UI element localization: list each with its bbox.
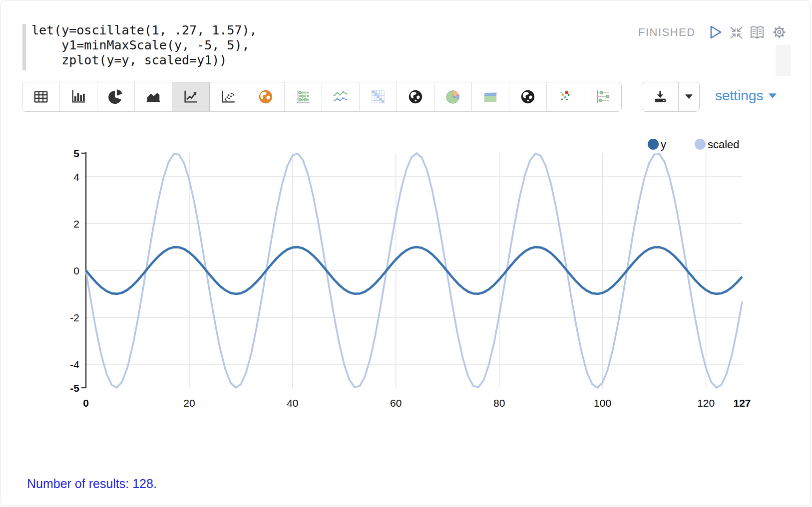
x-tick-label: 100	[594, 397, 611, 409]
legend-label: scaled	[708, 138, 740, 151]
settings-label: settings	[715, 88, 764, 104]
pie-chart-icon	[107, 88, 124, 105]
paragraph-container: let(y=oscillate(1, .27, 1.57), y1=minMax…	[0, 0, 811, 506]
legend-swatch	[695, 139, 706, 150]
chart-type-bubblegrid-button[interactable]	[284, 82, 322, 111]
chart-type-globe-button[interactable]	[397, 82, 434, 111]
status-badge: FINISHED	[638, 26, 696, 39]
scatter-colored-icon	[557, 88, 574, 105]
chart-type-toolbar	[22, 82, 622, 112]
y-tick-label: 2	[73, 218, 79, 230]
legend-label: y	[661, 138, 666, 151]
dot-plot-icon	[594, 88, 611, 105]
paragraph-focus-bar	[22, 24, 26, 70]
x-tick-label: 60	[390, 397, 402, 409]
bubble-grid-icon	[295, 88, 312, 105]
line-chart: 5420-2-4-5020406080100120127yscaled	[1, 126, 812, 410]
chevron-down-icon	[685, 94, 693, 99]
x-tick-label: 120	[697, 397, 715, 409]
multi-line-icon	[332, 88, 349, 105]
chevron-down-icon	[769, 93, 777, 99]
chart-type-line-button[interactable]	[172, 82, 209, 111]
bar-chart-icon	[70, 88, 87, 105]
globe-dark-2-icon	[519, 88, 536, 105]
run-play-icon[interactable]	[708, 24, 723, 42]
scatter-plot-icon	[220, 88, 237, 105]
legend-entry-scaled[interactable]: scaled	[695, 138, 740, 151]
chart-type-scatter-button[interactable]	[209, 82, 247, 111]
y-tick-label: 0	[73, 265, 79, 276]
line-chart-icon	[182, 88, 199, 105]
chart-type-stackedarea-button[interactable]	[471, 82, 509, 111]
stacked-area-icon	[482, 88, 499, 105]
chart-type-table-button[interactable]	[22, 82, 59, 111]
chart-type-area-button[interactable]	[134, 82, 172, 111]
editor-scrollbar[interactable]	[776, 45, 791, 76]
y-tick-label: -5	[70, 382, 79, 394]
gear-icon[interactable]	[772, 24, 787, 42]
settings-toggle[interactable]: settings	[715, 88, 777, 104]
globe-dark-icon	[407, 88, 424, 105]
chart-type-piecolored-button[interactable]	[434, 82, 471, 111]
code-editor[interactable]: let(y=oscillate(1, .27, 1.57), y1=minMax…	[31, 23, 257, 68]
y-tick-label: -2	[70, 312, 79, 323]
pie-colored-icon	[444, 88, 461, 105]
y-tick-label: 4	[73, 171, 79, 183]
y-tick-label: -4	[70, 359, 79, 370]
download-options-caret[interactable]	[678, 82, 699, 111]
y-tick-label: 5	[73, 148, 79, 159]
download-button-group	[642, 82, 700, 112]
x-tick-label: 80	[493, 397, 505, 409]
results-count: Number of results: 128.	[27, 477, 157, 491]
download-button[interactable]	[642, 82, 678, 111]
chart-type-dotplot-button[interactable]	[584, 82, 621, 111]
collapse-icon[interactable]	[729, 25, 744, 42]
table-icon	[32, 88, 49, 105]
world-map-orange-icon	[257, 88, 274, 105]
area-chart-icon	[145, 88, 162, 105]
x-tick-label: 40	[287, 397, 298, 409]
legend-swatch	[648, 139, 659, 150]
chart-type-worldmap-button[interactable]	[247, 82, 284, 111]
download-icon	[652, 89, 669, 105]
chart-type-bar-button[interactable]	[59, 82, 97, 111]
chart-type-multiline-button[interactable]	[322, 82, 359, 111]
chart-type-pie-button[interactable]	[97, 82, 134, 111]
chart-type-heatmap-button[interactable]	[359, 82, 397, 111]
legend-entry-y[interactable]: y	[648, 138, 666, 151]
chart-type-globe2-button[interactable]	[509, 82, 546, 111]
book-icon[interactable]	[749, 24, 766, 42]
chart-type-scattercolored-button[interactable]	[546, 82, 584, 111]
x-tick-label: 127	[733, 397, 751, 409]
x-tick-label: 0	[83, 397, 89, 409]
heatmap-diagonal-icon	[370, 88, 387, 105]
x-tick-label: 20	[183, 397, 195, 409]
